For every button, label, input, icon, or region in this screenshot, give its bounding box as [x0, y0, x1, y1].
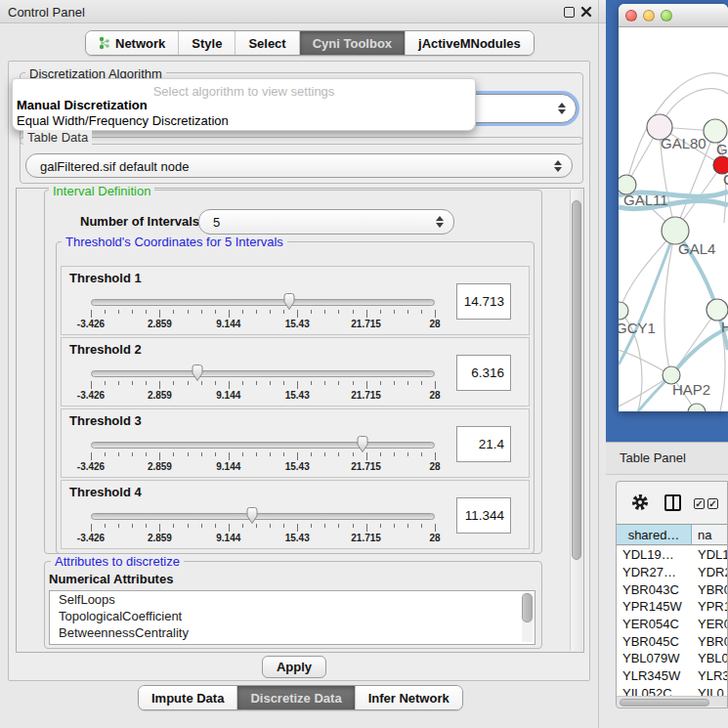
tab-label: Impute Data: [151, 691, 224, 706]
minimize-window-icon[interactable]: [643, 10, 655, 21]
threshold-card: Threshold 1-3.4262.8599.14415.4321.71528…: [61, 266, 530, 335]
scale-label: 2.859: [148, 319, 172, 329]
scale-label: 9.144: [216, 390, 240, 401]
settings-scrollbar-thumb[interactable]: [572, 200, 581, 560]
close-window-icon[interactable]: [625, 10, 637, 21]
tick-mark: [353, 524, 354, 528]
network-canvas[interactable]: GAL80GACGAL11GAL4GCY1HHAP2: [619, 27, 728, 411]
scale-label: -3.426: [77, 461, 105, 472]
tick-mark: [353, 452, 354, 456]
threshold-slider-thumb[interactable]: [355, 435, 370, 454]
threshold-slider-thumb[interactable]: [281, 292, 297, 312]
threshold-slider-track[interactable]: [91, 513, 435, 520]
table-hscrollbar-thumb[interactable]: [620, 699, 709, 707]
network-window-titlebar[interactable]: [619, 4, 728, 27]
tick-mark: [132, 310, 133, 314]
network-node[interactable]: [619, 302, 628, 320]
slider-scale-labels: -3.4262.8599.14415.4321.71528: [91, 533, 435, 544]
table-hscrollbar-track[interactable]: [617, 696, 728, 707]
threshold-value-field[interactable]: 11.344: [456, 497, 511, 534]
table-row[interactable]: YPR145WYPR1: [617, 598, 728, 616]
tick-mark: [435, 310, 436, 318]
tab-discretize-data[interactable]: Discretize Data: [237, 686, 355, 709]
attribute-list-item[interactable]: BetweennessCentrality: [50, 624, 535, 641]
tick-mark: [215, 310, 216, 314]
threshold-value-field[interactable]: 14.713: [456, 283, 511, 320]
table-panel: ✓ ✓ shared… na YDL19…YDL1YDR27…YDR2YBR04…: [616, 481, 728, 708]
tick-mark: [229, 310, 230, 318]
checkbox-icon[interactable]: ✓: [694, 498, 705, 509]
table-row[interactable]: YER054CYER0: [617, 616, 728, 633]
scale-label: 9.144: [216, 319, 240, 329]
attribute-list-item[interactable]: TopologicalCoefficient: [50, 608, 535, 624]
tab-jactivemnodules[interactable]: jActiveMNodules: [406, 31, 534, 55]
slider-scale-labels: -3.4262.8599.14415.4321.71528: [91, 390, 435, 402]
scale-label: 21.715: [351, 533, 381, 543]
checkbox-icon[interactable]: ✓: [707, 498, 718, 509]
cell-name: YBR0: [692, 582, 728, 597]
threshold-value-field[interactable]: 21.4: [456, 426, 511, 462]
threshold-card: Threshold 2-3.4262.8599.14415.4321.71528…: [61, 337, 530, 407]
tick-mark: [421, 381, 422, 385]
network-view-window[interactable]: GAL80GACGAL11GAL4GCY1HHAP2: [619, 4, 728, 411]
table-row[interactable]: YBR043CYBR0: [617, 580, 728, 598]
table-row[interactable]: YDR27…YDR2: [617, 564, 728, 581]
tab-select[interactable]: Select: [236, 31, 299, 55]
column-header-shared-name[interactable]: shared…: [617, 525, 692, 544]
tab-style[interactable]: Style: [179, 31, 236, 55]
network-node[interactable]: [704, 119, 727, 143]
network-node[interactable]: [688, 404, 706, 411]
list-scrollbar-thumb[interactable]: [522, 593, 533, 622]
threshold-slider-track[interactable]: [91, 370, 435, 377]
tab-infer-network[interactable]: Infer Network: [356, 686, 462, 709]
cell-shared-name: YBR045C: [617, 634, 692, 649]
scale-label: 15.43: [285, 319, 310, 329]
tab-cyni-toolbox[interactable]: Cyni Toolbox: [300, 31, 406, 55]
table-row[interactable]: YLR345WYLR3: [617, 667, 728, 685]
network-node[interactable]: [707, 299, 728, 321]
tick-mark: [146, 524, 147, 528]
tick-mark: [146, 452, 147, 456]
zoom-window-icon[interactable]: [661, 10, 672, 21]
table-row[interactable]: YDL19…YDL1: [617, 546, 728, 564]
slider-scale-labels: -3.4262.8599.14415.4321.71528: [91, 319, 435, 330]
threshold-value-field[interactable]: 6.316: [456, 355, 511, 391]
numerical-attributes-list[interactable]: SelfLoopsTopologicalCoefficientBetweenne…: [49, 590, 535, 645]
tick-mark: [91, 524, 92, 532]
attribute-list-item[interactable]: SelfLoops: [50, 591, 535, 608]
list-scrollbar-track[interactable]: [522, 593, 533, 642]
tick-mark: [132, 452, 133, 456]
threshold-slider-thumb[interactable]: [244, 506, 260, 526]
apply-button[interactable]: Apply: [262, 656, 326, 678]
threshold-slider-track[interactable]: [91, 442, 435, 449]
table-row[interactable]: YBL079WYBL0: [617, 650, 728, 667]
table-data-select[interactable]: galFiltered.sif default node: [25, 153, 573, 178]
tick-mark: [173, 381, 174, 385]
float-panel-icon[interactable]: [564, 7, 575, 18]
tick-mark: [118, 524, 119, 528]
tab-impute-data[interactable]: Impute Data: [139, 686, 237, 709]
table-row[interactable]: YBR045CYBR0: [617, 632, 728, 650]
tick-mark: [242, 381, 243, 385]
node-label: H: [721, 319, 728, 335]
tab-network[interactable]: Network: [86, 31, 179, 55]
network-edge[interactable]: [620, 231, 675, 311]
tick-mark: [353, 310, 354, 314]
algorithm-option[interactable]: Equal Width/Frequency Discretization: [17, 113, 229, 128]
settings-gear-icon[interactable]: [630, 492, 650, 512]
panel-divider[interactable]: [598, 0, 599, 728]
network-edge[interactable]: [619, 231, 675, 364]
threshold-slider-track[interactable]: [91, 299, 435, 306]
algorithm-option[interactable]: Manual Discretization: [17, 98, 148, 112]
tick-mark: [215, 381, 216, 385]
threshold-slider-thumb[interactable]: [190, 364, 205, 383]
node-label: GAL11: [623, 192, 668, 208]
close-icon[interactable]: [580, 6, 592, 18]
top-tab-bar: NetworkStyleSelectCyni ToolboxjActiveMNo…: [85, 30, 535, 56]
split-panel-icon[interactable]: [664, 494, 681, 511]
number-of-intervals-select[interactable]: 5: [198, 209, 454, 235]
attributes-group-label: Attributes to discretize: [51, 554, 184, 569]
cell-shared-name: YER054C: [617, 617, 692, 631]
scale-label: 2.859: [148, 390, 172, 401]
column-header-name[interactable]: na: [692, 525, 728, 544]
